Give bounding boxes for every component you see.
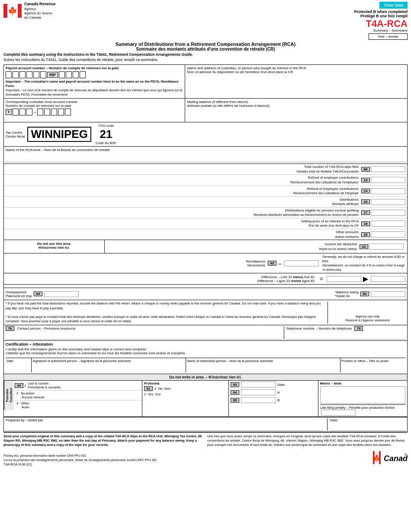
trust-cell-8[interactable]: [65, 109, 71, 115]
clear-data-button[interactable]: Clear Data: [379, 2, 408, 9]
do-not-write-label: Do not write in area. – N'inscrivez rien…: [4, 374, 407, 381]
field-num-95: 95: [231, 398, 239, 403]
field-88-input[interactable]: [371, 166, 405, 172]
minus-sign: –: [278, 260, 282, 267]
svg-rect-1: [3, 4, 7, 18]
field-num-88: 88: [361, 167, 370, 172]
canada-logo-icon: 🍁 Canada ®: [373, 449, 408, 466]
payroll-cell-1[interactable]: [6, 71, 12, 78]
mailing-address-field[interactable]: [187, 108, 405, 121]
bottom-instructions-fr: Une fois que vous aurez rempli ce sommai…: [207, 434, 408, 447]
field-93-input[interactable]: [241, 381, 276, 388]
trust-cell-4[interactable]: [37, 109, 43, 115]
field-86-input[interactable]: [371, 291, 405, 297]
trust-cell-5[interactable]: [44, 109, 50, 115]
custodian-label: Name and address of custodian, or person…: [187, 66, 405, 74]
important-note: Important – The custodian's name and pay…: [6, 80, 183, 97]
field-num-94: 94: [231, 390, 239, 395]
form-footer-id: T4A-RCA SUM (21): [3, 462, 157, 466]
difference-input[interactable]: [327, 276, 361, 282]
field-num-78: 78: [354, 326, 363, 331]
contact-person-input[interactable]: [6, 332, 282, 340]
payroll-cell-3[interactable]: [19, 71, 26, 78]
no-use-label-fr: N'inscrivez rien ici.: [6, 246, 103, 250]
field-num-22: 22: [360, 244, 368, 249]
field-num-86: 86: [360, 292, 369, 296]
tso-number: 21: [100, 128, 112, 141]
arrow-icon: ▶: [363, 275, 368, 283]
svg-text:🍁: 🍁: [373, 454, 381, 462]
payroll-cell-2[interactable]: [13, 71, 19, 78]
no-use-label-en: Do not use this area.: [6, 242, 103, 246]
telephone-input[interactable]: [286, 332, 405, 340]
protected-label: Protected B when completed Protégé B une…: [354, 10, 408, 18]
prepared-date-label: Date: [330, 418, 337, 422]
trust-cell-1[interactable]: [13, 109, 19, 115]
privacy-fr: Loi sur la protection des renseignements…: [3, 458, 157, 461]
agency-use-input[interactable]: [330, 301, 405, 314]
prepared-date-input[interactable]: [330, 423, 405, 431]
field-18-input[interactable]: [371, 221, 405, 227]
field-16-input[interactable]: [371, 199, 405, 205]
difference-label-en: Difference – Line 22 minus line 82: [6, 275, 315, 279]
svg-text:Canada: Canada: [384, 454, 408, 463]
field-22-input[interactable]: [369, 244, 404, 250]
cert-date-input[interactable]: [6, 363, 30, 372]
field-95-input[interactable]: [241, 397, 276, 403]
footnote-en: * If you have not paid the total deducti…: [6, 301, 324, 310]
transfer-label: Transfer Transfert: [4, 381, 14, 410]
prepared-by-label: Prepared by – Établi par: [6, 418, 43, 422]
prepared-by-input[interactable]: [6, 423, 324, 431]
field-20-input[interactable]: [371, 231, 405, 237]
payroll-cell-6[interactable]: [40, 71, 46, 78]
field-14-input[interactable]: [371, 188, 405, 194]
payroll-cell-7[interactable]: [59, 71, 65, 78]
payroll-cell-10[interactable]: [80, 71, 86, 78]
form-id: T4A-RCA: [366, 19, 408, 29]
field-84-input[interactable]: [44, 291, 79, 297]
payroll-cell-5[interactable]: [33, 71, 39, 78]
field-num-82: 82: [268, 261, 276, 266]
cert-sig-input[interactable]: [32, 363, 185, 372]
trust-cell-7[interactable]: [58, 109, 64, 115]
field-num-93: 93: [231, 382, 239, 387]
form-title-fr: Sommaire des montants attribués d'une co…: [3, 47, 408, 51]
payroll-cell-9[interactable]: [73, 71, 79, 78]
field-94-input[interactable]: [241, 389, 276, 395]
privacy-en: Privacy Act, personal information bank n…: [3, 454, 157, 457]
form-title-en: Summary of Distributions from a Retireme…: [3, 42, 408, 47]
field-17-input[interactable]: [371, 210, 405, 216]
difference-result-input[interactable]: [371, 276, 405, 282]
trust-account-label: Corresponding custodian trust account nu…: [6, 100, 183, 108]
field-num-20: 20: [361, 232, 370, 237]
t-badge: T: [6, 109, 12, 115]
remittances-sidenote: Generally, we do not charge or refund an…: [319, 255, 405, 272]
field-num-90: 90: [15, 383, 23, 388]
mailing-label: Mailing address (if different from above…: [187, 100, 405, 108]
field-82-input[interactable]: [284, 260, 319, 266]
cert-name-input[interactable]: [187, 363, 339, 372]
rca-trust-name-input[interactable]: [6, 154, 405, 162]
memo-input[interactable]: [320, 386, 406, 404]
late-filing-input[interactable]: [321, 410, 356, 416]
proforma-label: Proforma: [144, 381, 227, 385]
svg-text:🍁: 🍁: [8, 6, 18, 16]
equals-sign: =: [320, 276, 323, 282]
payroll-label: Payroll account number – Numéro de compt…: [6, 66, 183, 70]
cert-title: Certification – Attestation: [6, 342, 53, 346]
canada-flag-icon: 🍁: [3, 4, 22, 18]
cert-pos-input[interactable]: [341, 363, 405, 372]
trust-cell-6[interactable]: [51, 109, 57, 115]
field-num-12: 12: [361, 178, 370, 183]
trust-cell-2[interactable]: [19, 109, 26, 115]
agency-name: Canada Revenue Agency Agence du revenu d…: [24, 2, 56, 20]
rca-trust-label: Name of the RCA trust – Nom de la fiduci…: [6, 148, 405, 152]
payroll-cell-4[interactable]: [26, 71, 32, 78]
custodian-address-field[interactable]: [187, 74, 405, 91]
payroll-cell-8[interactable]: [66, 71, 72, 78]
year-field: Year – Année: [369, 33, 408, 40]
bottom-instructions-en: Send your completed original of this sum…: [3, 434, 204, 447]
difference-label-fr: Différence – Ligne 22 moins ligne 82: [6, 279, 315, 283]
trust-cell-3[interactable]: [26, 109, 32, 115]
field-12-input[interactable]: [371, 177, 405, 183]
